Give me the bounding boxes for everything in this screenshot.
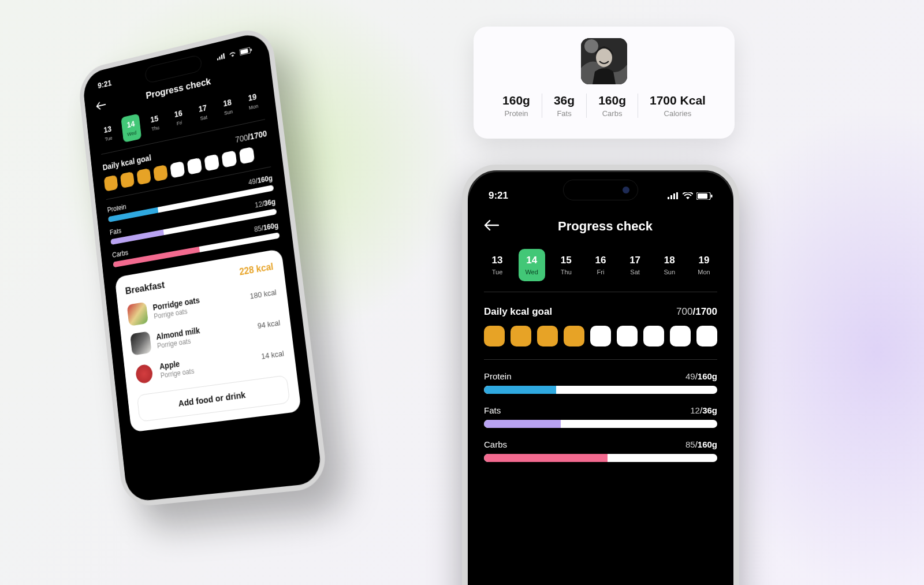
day-number: 15 [150,114,159,124]
battery-icon [239,46,252,55]
macro-value: 12/36g [690,405,717,415]
dynamic-island [563,180,638,200]
goal-block [104,175,118,192]
macro-label: Protein [484,371,512,381]
page-title: Progress check [493,219,717,234]
goal-block [617,326,638,346]
stat-calories: 1700 Kcal Calories [638,94,717,118]
summary-stats: 160g Protein 36g Fats 160g Carbs 1700 Kc… [491,94,717,118]
home-indicator[interactable] [189,479,254,489]
battery-icon [696,192,713,200]
stat-protein: 160g Protein [491,94,542,118]
macro-bar [484,386,717,394]
macro-label: Protein [107,203,126,214]
wifi-icon [683,192,693,199]
goal-block [221,150,237,167]
svg-rect-9 [711,195,713,198]
goal-block [511,326,531,346]
wifi-icon [228,50,237,58]
day-number: 15 [561,255,572,266]
day-number: 17 [629,255,640,266]
stat-label: Protein [504,109,528,118]
day-dow: Wed [525,269,538,275]
add-food-button[interactable]: Add food or drink [137,375,290,422]
cellular-icon [668,192,679,199]
macro-label: Carbs [112,248,129,259]
day-16[interactable]: 16Fri [168,103,189,132]
day-number: 18 [664,255,675,266]
goal-block [484,326,505,346]
phone-preview-left: 9:21 Progress check 13Tue14Wed15Thu16Fri… [77,24,329,508]
app-header: Progress check [484,219,717,234]
meal-total: 228 kcal [239,262,274,278]
avatar[interactable] [581,38,627,84]
day-15[interactable]: 15Thu [553,249,579,281]
svg-rect-11 [219,57,221,60]
macro-value: 49/160g [685,371,717,381]
day-number: 13 [492,255,503,266]
food-thumb [130,331,152,355]
day-number: 14 [526,255,537,266]
day-17[interactable]: 17Sat [622,249,649,281]
day-number: 16 [595,255,606,266]
day-14[interactable]: 14Wed [519,249,545,281]
day-19[interactable]: 19Mon [691,249,717,281]
svg-rect-8 [698,193,707,199]
goal-block [239,147,255,165]
day-number: 13 [103,124,112,135]
macro-label: Fats [484,405,501,415]
day-number: 18 [222,98,232,109]
day-dow: Mon [698,269,710,275]
day-18[interactable]: 18Sun [217,92,239,122]
day-14[interactable]: 14Wed [121,114,141,143]
day-number: 19 [698,255,709,266]
stat-value: 160g [598,94,626,107]
stat-value: 36g [554,94,575,107]
day-15[interactable]: 15Thu [144,108,166,137]
status-icons [668,192,713,200]
goal-block [153,165,168,182]
macro-label: Carbs [484,439,507,449]
goal-blocks [484,326,717,346]
day-17[interactable]: 17Sat [192,98,214,128]
kcal-goal-section: Daily kcal goal 700/1700 [484,306,717,360]
user-summary-card: 160g Protein 36g Fats 160g Carbs 1700 Kc… [474,27,735,139]
goal-block [696,326,717,346]
svg-rect-5 [673,193,675,199]
macro-value: 12/36g [255,198,276,210]
goal-block [564,326,584,346]
goal-count: 700/1700 [676,306,717,318]
goal-block [537,326,558,346]
macro-bar [484,420,717,428]
day-19[interactable]: 19Mon [241,86,264,116]
status-time: 9:21 [97,79,111,90]
day-dow: Sat [200,114,207,121]
svg-rect-10 [217,58,219,61]
food-info: ApplePorrige oats [159,348,256,379]
svg-rect-13 [223,53,225,59]
food-thumb [127,302,148,326]
day-dow: Sun [224,109,233,116]
stat-value: 160g [502,94,530,107]
meal-card-breakfast: Breakfast 228 kcal Porridge oatsPorrige … [115,248,301,432]
macro-value: 85/160g [254,221,278,234]
day-18[interactable]: 18Sun [656,249,683,281]
day-number: 19 [248,92,257,103]
stat-label: Calories [664,109,692,118]
day-13[interactable]: 13Tue [484,249,511,281]
day-dow: Sat [630,269,640,275]
svg-rect-15 [240,49,248,54]
day-dow: Sun [664,269,675,275]
goal-block [170,161,185,178]
stat-label: Carbs [602,109,623,118]
svg-rect-3 [668,197,669,199]
day-number: 14 [126,119,135,129]
macro-value: 49/160g [248,174,273,187]
day-16[interactable]: 16Fri [587,249,614,281]
macro-bar [484,454,717,462]
status-icons [217,46,252,61]
goal-block [120,172,135,188]
status-time: 9:21 [489,190,508,202]
day-number: 16 [174,109,183,119]
day-13[interactable]: 13Tue [98,119,118,148]
